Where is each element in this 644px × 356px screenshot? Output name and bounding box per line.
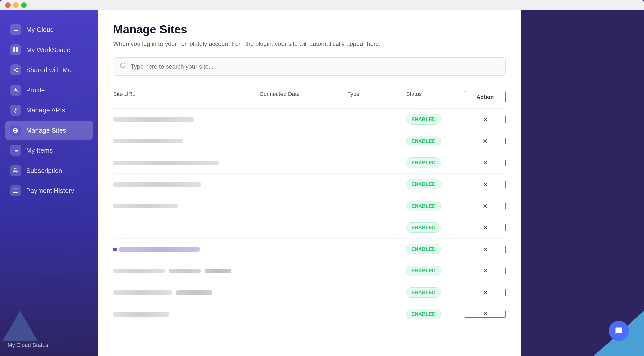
search-icon <box>119 62 127 71</box>
profile-icon <box>10 85 21 96</box>
svg-point-4 <box>16 68 18 69</box>
table-row: ENABLED ✕ <box>113 109 506 130</box>
col-header-status: Status <box>406 91 465 103</box>
col-header-connected-date: Connected Date <box>260 91 347 103</box>
sidebar-nav: ☁ My Cloud My WorkSpace <box>0 18 98 337</box>
status-badge: ENABLED <box>406 244 441 254</box>
svg-rect-0 <box>13 47 15 50</box>
status-badge: ENABLED <box>406 136 441 146</box>
svg-line-8 <box>15 69 16 70</box>
close-window-button[interactable] <box>5 2 11 8</box>
svg-point-6 <box>16 71 18 72</box>
action-cell: ✕ <box>465 181 506 188</box>
status-badge: ENABLED <box>406 266 441 276</box>
sidebar-label-manage-apis: Manage APIs <box>26 106 65 114</box>
action-cell: ✕ <box>465 311 506 318</box>
status-badge: ENABLED <box>406 309 441 319</box>
svg-line-7 <box>15 70 16 71</box>
table-row: … ENABLED ✕ <box>113 217 506 239</box>
col-header-action: Action <box>465 91 506 103</box>
table-row: ENABLED ✕ <box>113 260 506 282</box>
delete-row-button[interactable]: ✕ <box>482 160 488 166</box>
items-icon <box>10 145 21 156</box>
sidebar: ☁ My Cloud My WorkSpace <box>0 10 98 356</box>
svg-rect-20 <box>13 189 18 193</box>
status-badge: ENABLED <box>406 157 441 168</box>
delete-row-button[interactable]: ✕ <box>482 311 488 317</box>
table-row: ENABLED ✕ <box>113 130 506 152</box>
sidebar-item-payment-history[interactable]: Payment History <box>5 181 93 200</box>
sidebar-label-manage-sites: Manage Sites <box>26 127 66 134</box>
delete-row-button[interactable]: ✕ <box>482 116 488 123</box>
action-cell: ✕ <box>465 203 506 209</box>
sidebar-item-profile[interactable]: Profile <box>5 81 93 100</box>
main-content: Manage Sites When you log in to your Tem… <box>98 10 521 356</box>
table-row: ENABLED ✕ <box>113 239 506 260</box>
api-icon <box>10 105 21 116</box>
table-rows-container: ENABLED ✕ ENABLED ✕ <box>113 109 506 325</box>
status-badge: ENABLED <box>406 222 441 233</box>
sidebar-label-my-items: My Items <box>26 147 53 154</box>
minimize-window-button[interactable] <box>13 2 19 8</box>
sites-icon <box>10 125 21 136</box>
table-row: ENABLED ✕ <box>113 282 506 303</box>
delete-row-button[interactable]: ✕ <box>482 181 488 188</box>
sidebar-item-manage-apis[interactable]: Manage APIs <box>5 101 93 120</box>
page-subtitle: When you log in to your Templately accou… <box>113 40 506 47</box>
sidebar-decoration <box>3 311 38 341</box>
action-cell: ✕ <box>465 268 506 274</box>
search-input[interactable] <box>131 63 499 70</box>
svg-point-22 <box>120 63 125 68</box>
table-row: ENABLED ✕ <box>113 174 506 195</box>
sidebar-label-my-cloud: My Cloud <box>26 26 54 34</box>
delete-row-button[interactable]: ✕ <box>482 224 488 231</box>
sidebar-label-profile: Profile <box>26 86 45 94</box>
table-row: ENABLED ✕ <box>113 152 506 174</box>
action-cell: ✕ <box>465 289 506 296</box>
status-badge: ENABLED <box>406 179 441 189</box>
sidebar-item-manage-sites[interactable]: Manage Sites <box>5 121 93 140</box>
window-chrome <box>0 0 644 10</box>
page-title: Manage Sites <box>113 23 506 36</box>
sidebar-item-my-items[interactable]: My Items <box>5 141 93 160</box>
table-row: ENABLED ✕ <box>113 303 506 325</box>
cloud-icon: ☁ <box>10 24 21 35</box>
sidebar-item-my-workspace[interactable]: My WorkSpace <box>5 40 93 59</box>
svg-rect-1 <box>16 47 18 50</box>
search-container <box>113 57 506 76</box>
col-header-type: Type <box>347 91 406 103</box>
delete-row-button[interactable]: ✕ <box>482 246 488 253</box>
delete-row-button[interactable]: ✕ <box>482 268 488 274</box>
chat-button[interactable] <box>609 321 629 341</box>
sidebar-label-my-workspace: My WorkSpace <box>26 46 70 54</box>
action-cell: ✕ <box>465 246 506 253</box>
svg-point-19 <box>14 169 16 170</box>
action-cell: ✕ <box>465 138 506 144</box>
sidebar-item-my-cloud[interactable]: ☁ My Cloud <box>5 20 93 39</box>
subscription-icon <box>10 165 21 176</box>
action-cell: ✕ <box>465 160 506 166</box>
table-row: ENABLED ✕ <box>113 195 506 217</box>
maximize-window-button[interactable] <box>21 2 27 8</box>
svg-point-9 <box>15 88 16 90</box>
table-container: Site URL Connected Date Type Status Acti… <box>113 88 506 343</box>
svg-point-10 <box>15 109 16 111</box>
sidebar-label-subscription: Subscription <box>26 167 62 175</box>
sidebar-item-shared-with-me[interactable]: Shared with Me <box>5 60 93 80</box>
right-panel <box>521 10 644 356</box>
status-badge: ENABLED <box>406 201 441 211</box>
app-container: ☁ My Cloud My WorkSpace <box>0 10 644 356</box>
delete-row-button[interactable]: ✕ <box>482 289 488 296</box>
svg-point-5 <box>14 69 15 71</box>
sidebar-label-shared-with-me: Shared with Me <box>26 66 72 74</box>
delete-row-button[interactable]: ✕ <box>482 203 488 209</box>
status-badge: ENABLED <box>406 287 441 298</box>
action-cell: ✕ <box>465 224 506 231</box>
svg-rect-2 <box>13 50 15 52</box>
sidebar-item-subscription[interactable]: Subscription <box>5 161 93 180</box>
delete-row-button[interactable]: ✕ <box>482 138 488 144</box>
payment-icon <box>10 185 21 196</box>
cloud-status-label: My Cloud Status <box>8 342 48 348</box>
col-header-site-url: Site URL <box>113 91 260 103</box>
svg-rect-3 <box>16 50 18 52</box>
